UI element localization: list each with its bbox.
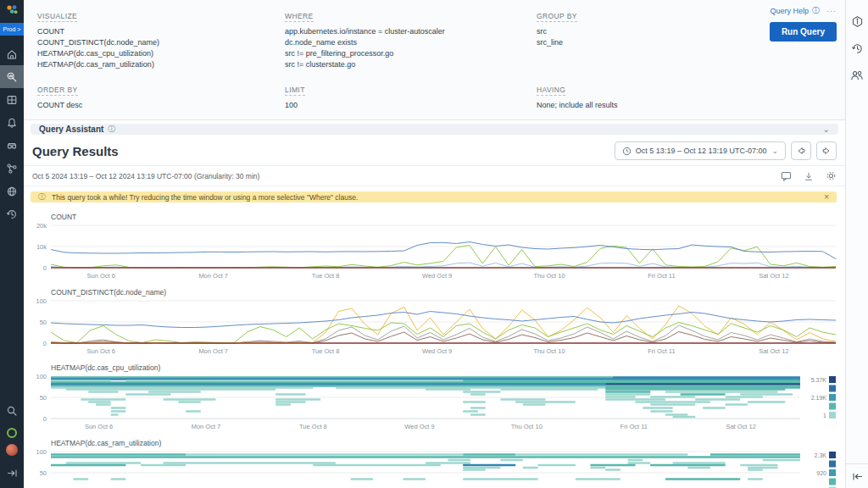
svg-text:Sat Oct 12: Sat Oct 12 xyxy=(759,347,788,355)
chart-count: COUNT 20k10k0Sun Oct 6Mon Oct 7Tue Oct 8… xyxy=(29,213,842,283)
honeycomb-logo-icon[interactable] xyxy=(5,4,19,19)
assistant-chevron-down-icon[interactable]: ⌄ xyxy=(823,125,830,134)
expand-right-icon xyxy=(7,469,18,478)
query-builder: VISUALIZE COUNTCOUNT_DISTINCT(dc.node_na… xyxy=(24,0,845,120)
svg-text:100: 100 xyxy=(36,373,47,380)
chart-heatmap-ram: HEATMAP(dc.cas_ram_utilization) 100500Su… xyxy=(29,439,842,488)
cpu-utilization-heatmap[interactable]: 100500Sun Oct 6Mon Oct 7Tue Oct 8Wed Oct… xyxy=(29,373,841,434)
count-distinct-line-chart[interactable]: 100500Sun Oct 6Mon Oct 7Tue Oct 8Wed Oct… xyxy=(29,297,841,358)
svg-text:20k: 20k xyxy=(36,222,47,230)
svg-text:5.37K: 5.37K xyxy=(811,377,827,383)
chart-heatmap-cpu: HEATMAP(dc.cas_cpu_utilization) 100500Su… xyxy=(29,363,842,434)
run-query-button[interactable]: Run Query xyxy=(770,22,837,42)
builder-actions: Query Help ⓘ ··· Run Query xyxy=(770,5,837,42)
sidebar-expand-button[interactable] xyxy=(0,462,24,485)
order-by-clause[interactable]: COUNT desc xyxy=(37,100,271,111)
where-clause[interactable]: src != pre_filtering_processor.go xyxy=(285,48,523,59)
charts-area: COUNT 20k10k0Sun Oct 6Mon Oct 7Tue Oct 8… xyxy=(24,204,845,488)
user-avatar[interactable] xyxy=(6,444,18,456)
query-icon xyxy=(6,71,18,83)
sidebar-bottom xyxy=(0,399,24,488)
visualize-heading: VISUALIZE xyxy=(37,12,77,22)
environment-switcher[interactable]: Prod > xyxy=(0,23,24,36)
order-by-clauses: COUNT desc xyxy=(37,100,271,111)
group-by-clause[interactable]: src xyxy=(537,26,721,37)
sidebar-item-boards[interactable] xyxy=(0,88,24,111)
sidebar-item-alerts[interactable] xyxy=(0,111,24,134)
svg-text:Sat Oct 12: Sat Oct 12 xyxy=(759,272,788,280)
sidebar-search[interactable] xyxy=(0,399,24,422)
limit-clause[interactable]: 100 xyxy=(285,100,523,111)
query-menu-ellipsis-icon[interactable]: ··· xyxy=(826,7,837,15)
details-panel-button[interactable] xyxy=(846,10,868,32)
where-clause[interactable]: dc.node_name exists xyxy=(285,37,523,48)
warning-close-icon[interactable]: × xyxy=(824,192,829,202)
order-by-heading: ORDER BY xyxy=(37,86,78,96)
group-by-clause[interactable]: src_line xyxy=(537,37,721,48)
query-history-button[interactable] xyxy=(846,37,868,59)
time-range-detail: Oct 5 2024 13:19 – Oct 12 2024 13:19 UTC… xyxy=(32,172,259,180)
ram-utilization-heatmap[interactable]: 100500Sun Oct 6Mon Oct 7Tue Oct 8Wed Oct… xyxy=(29,448,841,488)
svg-text:2.19K: 2.19K xyxy=(811,395,827,401)
svg-text:50: 50 xyxy=(40,394,47,402)
time-controls: Oct 5 13:19 – Oct 12 13:19 UTC-07:00 ⌄ xyxy=(615,141,837,160)
svg-text:50: 50 xyxy=(40,469,47,477)
download-icon[interactable] xyxy=(804,171,814,181)
team-activity-button[interactable] xyxy=(846,64,868,86)
datasets-globe-icon xyxy=(6,186,18,197)
visualize-clause[interactable]: HEATMAP(dc.cas_cpu_utilization) xyxy=(37,48,271,59)
visualize-clause[interactable]: HEATMAP(dc.cas_ram_utilization) xyxy=(37,59,271,70)
home-icon xyxy=(6,48,18,60)
query-assistant-bar[interactable]: Query Assistant ⓘ ⌄ xyxy=(31,124,838,135)
collapse-left-icon xyxy=(852,472,863,481)
svg-text:Wed Oct 9: Wed Oct 9 xyxy=(404,423,434,430)
sidebar-item-home[interactable] xyxy=(0,42,24,65)
visualize-clause[interactable]: COUNT xyxy=(37,26,271,37)
where-clause[interactable]: app.kubernetes.io/instance = cluster-aut… xyxy=(285,26,523,37)
visualize-clause[interactable]: COUNT_DISTINCT(dc.node_name) xyxy=(37,37,271,48)
nav-icons xyxy=(0,42,24,488)
status-ring-icon[interactable] xyxy=(7,428,17,438)
having-column: HAVING None; include all results xyxy=(530,80,728,111)
previous-query-button[interactable] xyxy=(791,141,811,160)
boards-icon xyxy=(6,94,18,106)
svg-text:Tue Oct 8: Tue Oct 8 xyxy=(312,347,340,355)
group-by-clauses: srcsrc_line xyxy=(537,26,721,48)
collapse-panel-button[interactable] xyxy=(846,464,868,488)
having-clause[interactable]: None; include all results xyxy=(537,100,721,111)
sidebar-item-query[interactable] xyxy=(0,65,24,88)
query-assistant-label: Query Assistant xyxy=(39,125,103,134)
where-clause[interactable]: src != clusterstate.go xyxy=(285,59,523,70)
svg-text:0: 0 xyxy=(43,415,47,423)
svg-text:Sun Oct 6: Sun Oct 6 xyxy=(87,347,115,355)
svg-text:100: 100 xyxy=(36,448,47,456)
query-help-link[interactable]: Query Help xyxy=(770,7,809,15)
svg-text:0: 0 xyxy=(43,340,47,347)
sidebar-item-activity[interactable] xyxy=(0,202,24,225)
svg-text:Thu Oct 10: Thu Oct 10 xyxy=(533,347,565,355)
svg-text:Sat Oct 12: Sat Oct 12 xyxy=(726,423,755,430)
gear-icon[interactable] xyxy=(826,170,837,181)
activity-history-icon xyxy=(6,208,18,220)
left-sidebar: Prod > xyxy=(0,0,24,488)
chart-count-distinct: COUNT_DISTINCT(dc.node_name) 100500Sun O… xyxy=(29,288,842,358)
count-line-chart[interactable]: 20k10k0Sun Oct 6Mon Oct 7Tue Oct 8Wed Oc… xyxy=(29,222,841,283)
sidebar-item-service-map[interactable] xyxy=(0,157,24,180)
group-by-column: GROUP BY srcsrc_line xyxy=(530,7,728,70)
svg-text:1: 1 xyxy=(823,413,826,419)
where-heading: WHERE xyxy=(285,12,314,22)
svg-text:Thu Oct 10: Thu Oct 10 xyxy=(533,272,565,280)
slo-icon xyxy=(6,140,18,152)
arrow-right-icon xyxy=(821,146,832,156)
limit-heading: LIMIT xyxy=(285,86,305,96)
environment-label: Prod xyxy=(3,26,16,32)
where-clauses: app.kubernetes.io/instance = cluster-aut… xyxy=(285,26,523,70)
limit-column: LIMIT 100 xyxy=(278,80,530,111)
query-help-info-icon[interactable]: ⓘ xyxy=(812,5,820,16)
comment-icon[interactable] xyxy=(781,171,792,181)
time-range-selector[interactable]: Oct 5 13:19 – Oct 12 13:19 UTC-07:00 ⌄ xyxy=(615,141,786,160)
sidebar-item-datasets[interactable] xyxy=(0,180,24,202)
warning-text: This query took a while! Try reducing th… xyxy=(52,193,358,202)
next-query-button[interactable] xyxy=(816,141,837,160)
sidebar-item-slos[interactable] xyxy=(0,134,24,157)
